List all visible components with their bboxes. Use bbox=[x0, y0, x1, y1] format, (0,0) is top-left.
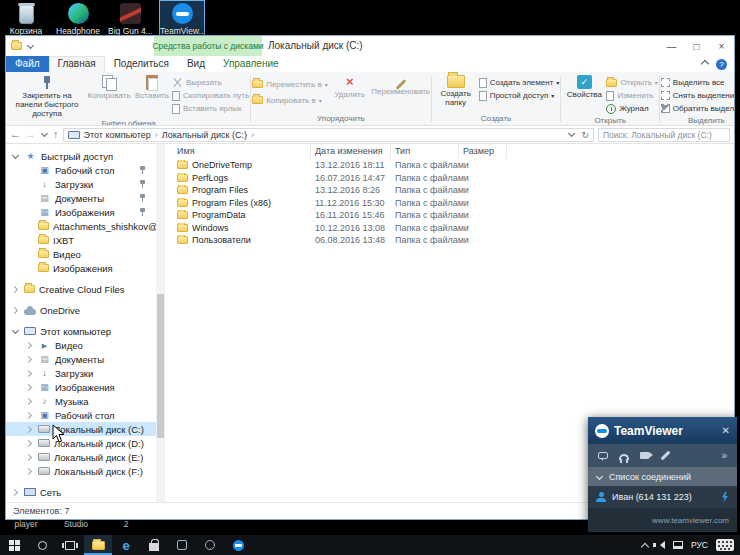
breadcrumb-separator-icon[interactable]: › bbox=[155, 130, 158, 140]
cut-button[interactable]: Вырезать bbox=[172, 76, 249, 89]
tree-expander-icon[interactable] bbox=[25, 439, 34, 448]
desktop-icon-headphone[interactable]: Headphone... bbox=[56, 1, 100, 38]
more-tools-icon[interactable]: » bbox=[721, 450, 727, 461]
sidebar-item[interactable]: Видео bbox=[6, 338, 156, 352]
connection-entry[interactable]: Иван (614 131 223) bbox=[588, 486, 737, 508]
chevron-down-icon[interactable] bbox=[596, 473, 604, 481]
tree-expander-icon[interactable] bbox=[25, 355, 34, 364]
copy-path-button[interactable]: Скопировать путь bbox=[172, 89, 249, 102]
sidebar-item[interactable]: Этот компьютер bbox=[6, 324, 156, 338]
tree-expander-icon[interactable] bbox=[11, 285, 20, 294]
tab-home[interactable]: Главная bbox=[49, 56, 105, 72]
connect-icon[interactable] bbox=[721, 492, 729, 503]
sidebar-item[interactable]: Изображения bbox=[6, 261, 156, 275]
tab-file[interactable]: Файл bbox=[6, 56, 49, 72]
breadcrumb-separator-icon[interactable]: › bbox=[251, 130, 254, 140]
file-row[interactable]: ProgramData16.11.2016 15:46Папка с файла… bbox=[165, 209, 734, 222]
file-row[interactable]: Program Files (x86)11.12.2016 15:30Папка… bbox=[165, 197, 734, 210]
quick-access-toolbar-chevron-icon[interactable] bbox=[26, 42, 35, 51]
sidebar-item[interactable]: Изображения bbox=[6, 380, 156, 394]
column-header-date[interactable]: Дата изменения bbox=[311, 144, 391, 159]
video-icon[interactable] bbox=[640, 452, 649, 459]
desktop-icon-big-gun[interactable]: Big Gun 4... bbox=[108, 1, 152, 38]
tab-manage[interactable]: Управление bbox=[214, 56, 288, 72]
touch-keyboard-icon[interactable] bbox=[716, 539, 734, 551]
tree-expander-icon[interactable] bbox=[25, 341, 34, 350]
tree-expander-icon[interactable] bbox=[25, 383, 34, 392]
maximize-button[interactable]: □ bbox=[684, 36, 709, 56]
sidebar-item[interactable]: Загрузки bbox=[6, 366, 156, 380]
up-button[interactable]: ↑ bbox=[53, 129, 59, 140]
desktop-icon-recycle-bin[interactable]: Корзина bbox=[4, 1, 48, 38]
minimize-button[interactable]: — bbox=[659, 36, 684, 56]
address-box[interactable]: Этот компьютер › Локальный диск (C:) › ↻ bbox=[63, 128, 595, 142]
open-button[interactable]: Открыть ▾ bbox=[606, 76, 657, 89]
select-none-button[interactable]: Снять выделение bbox=[661, 89, 734, 102]
sidebar-item[interactable]: Локальный диск (D:) bbox=[6, 436, 156, 450]
tree-expander-icon[interactable] bbox=[25, 453, 34, 462]
network-icon[interactable] bbox=[673, 541, 683, 549]
file-row[interactable]: OneDriveTemp13.12.2016 18:11Папка с файл… bbox=[165, 159, 734, 172]
refresh-icon[interactable]: ↻ bbox=[581, 130, 589, 140]
copy-to-button[interactable]: Копировать в ▾ bbox=[252, 92, 328, 108]
tree-expander-icon[interactable] bbox=[11, 327, 20, 336]
breadcrumb-item[interactable]: Этот компьютер bbox=[84, 130, 151, 140]
teamviewer-url[interactable]: www.teamviewer.com bbox=[652, 516, 729, 525]
close-button[interactable]: × bbox=[709, 36, 734, 56]
paste-shortcut-button[interactable]: Вставить ярлык bbox=[172, 102, 249, 115]
new-folder-button[interactable]: Создать папку bbox=[433, 73, 479, 108]
tree-expander-icon[interactable] bbox=[25, 425, 34, 434]
column-header-size[interactable]: Размер bbox=[459, 144, 507, 159]
sidebar-item[interactable]: Локальный диск (E:) bbox=[6, 450, 156, 464]
tab-view[interactable]: Вид bbox=[178, 56, 214, 72]
back-button[interactable]: ← bbox=[10, 129, 21, 140]
column-header-name[interactable]: Имя bbox=[173, 144, 311, 159]
start-button[interactable] bbox=[0, 535, 28, 555]
title-bar[interactable]: Средства работы с дисками Локальный диск… bbox=[6, 36, 734, 56]
teamviewer-header[interactable]: TeamViewer ✕ bbox=[588, 417, 737, 444]
chat-icon[interactable] bbox=[598, 452, 608, 459]
collapse-ribbon-icon[interactable] bbox=[701, 60, 709, 68]
tab-share[interactable]: Поделиться bbox=[105, 56, 178, 72]
taskbar-pinned-app-button[interactable] bbox=[196, 535, 224, 555]
tree-expander-icon[interactable] bbox=[25, 411, 34, 420]
file-row[interactable]: Program Files13.12.2016 8:26Папка с файл… bbox=[165, 184, 734, 197]
desktop-icon-teamviewer[interactable]: TeamView... bbox=[160, 1, 204, 38]
tree-expander-icon[interactable] bbox=[25, 467, 34, 476]
sidebar-item[interactable]: Рабочий стол bbox=[6, 408, 156, 422]
easy-access-button[interactable]: Простой доступ ▾ bbox=[479, 89, 560, 102]
select-all-button[interactable]: Выделить все bbox=[661, 76, 734, 89]
taskbar-file-explorer-button[interactable] bbox=[84, 535, 112, 555]
tree-expander-icon[interactable] bbox=[11, 152, 20, 161]
sidebar-item[interactable]: Creative Cloud Files bbox=[6, 282, 156, 296]
taskbar-teamviewer-button[interactable] bbox=[224, 535, 252, 555]
audio-icon[interactable] bbox=[619, 454, 629, 460]
sidebar-item[interactable]: Быстрый доступ bbox=[6, 149, 156, 163]
connection-list-header[interactable]: Список соединений bbox=[588, 467, 737, 486]
tree-expander-icon[interactable] bbox=[25, 397, 34, 406]
taskbar-pinned-app-button[interactable] bbox=[168, 535, 196, 555]
volume-icon[interactable] bbox=[656, 541, 665, 549]
sidebar-item[interactable]: OneDrive bbox=[6, 303, 156, 317]
annotate-icon[interactable] bbox=[661, 451, 671, 461]
file-row[interactable]: PerfLogs16.07.2016 14:47Папка с файлами bbox=[165, 172, 734, 185]
recent-locations-icon[interactable] bbox=[40, 130, 49, 139]
search-button[interactable] bbox=[28, 535, 56, 555]
sidebar-item[interactable]: Локальный диск (F:) bbox=[6, 464, 156, 478]
sidebar-item[interactable]: Документы bbox=[6, 191, 156, 205]
sidebar-item[interactable]: Загрузки bbox=[6, 177, 156, 191]
move-to-button[interactable]: Переместить в ▾ bbox=[252, 76, 328, 92]
pin-to-quick-access-button[interactable]: Закрепить на панели быстрого доступа bbox=[8, 73, 86, 118]
delete-button[interactable]: × Удалить bbox=[328, 73, 372, 100]
properties-button[interactable]: ✓ Свойства bbox=[562, 73, 606, 100]
file-row[interactable]: Пользователи06.08.2016 13:48Папка с файл… bbox=[165, 234, 734, 247]
address-dropdown-icon[interactable] bbox=[567, 130, 576, 139]
taskbar-edge-button[interactable]: e bbox=[112, 535, 140, 555]
history-button[interactable]: Журнал bbox=[606, 102, 657, 115]
language-indicator[interactable]: РУС bbox=[691, 540, 708, 550]
sidebar-item[interactable]: Музыка bbox=[6, 394, 156, 408]
edit-button[interactable]: Изменить bbox=[606, 89, 657, 102]
scrollbar-thumb[interactable] bbox=[157, 294, 164, 437]
sidebar-item[interactable]: Сеть bbox=[6, 485, 156, 499]
navigation-scrollbar[interactable] bbox=[156, 144, 165, 502]
